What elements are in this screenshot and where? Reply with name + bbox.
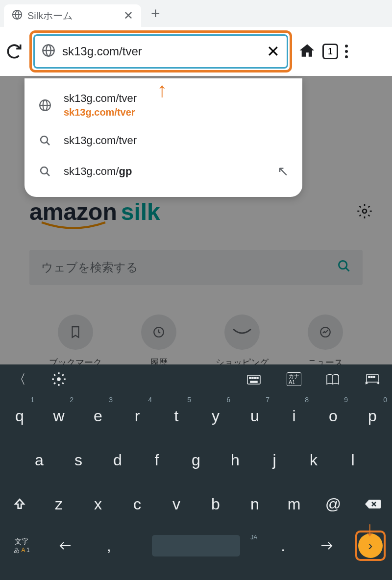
key-v[interactable]: v — [157, 482, 196, 526]
keyboard-row-1: q1w2e3r4t5y6u7i8o9p0 — [0, 394, 392, 438]
key-x[interactable]: x — [78, 482, 118, 526]
key-q[interactable]: q1 — [0, 394, 39, 438]
suggestion-item[interactable]: sk13g.com/tver — [24, 126, 302, 155]
key-d[interactable]: d — [98, 438, 137, 482]
comma-key[interactable]: , — [87, 537, 131, 555]
annotation-arrow-up: ↑ — [157, 78, 167, 102]
search-icon — [38, 134, 52, 147]
svg-point-10 — [41, 167, 48, 174]
key-u[interactable]: u7 — [235, 394, 274, 438]
key-y[interactable]: y6 — [196, 394, 235, 438]
suggestion-text: sk13g.com/gp — [64, 165, 266, 178]
key-p[interactable]: p0 — [353, 394, 392, 438]
keyboard-toolbar: 〈 カナA1 — [0, 364, 392, 394]
keyboard-row-2: asdfghjkl — [0, 438, 392, 482]
clear-url-icon[interactable]: ✕ — [267, 42, 280, 61]
key-z[interactable]: z — [39, 482, 78, 526]
tab-bar: Silkホーム ✕ + — [0, 0, 392, 27]
kb-kana-icon[interactable]: カナA1 — [274, 372, 314, 386]
key-b[interactable]: b — [196, 482, 235, 526]
keyboard-row-3: zxcvbnm@ — [0, 482, 392, 526]
key-m[interactable]: m — [274, 482, 314, 526]
key-g[interactable]: g — [176, 438, 216, 482]
key-h[interactable]: h — [216, 438, 255, 482]
shift-key[interactable] — [0, 482, 39, 526]
on-screen-keyboard: 〈 カナA1 q1w2e3r4t5y6u7i8o9p0 asdfghjkl zx… — [0, 364, 392, 580]
key-c[interactable]: c — [118, 482, 157, 526]
svg-rect-17 — [250, 381, 257, 383]
key-@[interactable]: @ — [314, 482, 353, 526]
space-key[interactable]: JA — [131, 535, 262, 556]
kb-settings-icon[interactable] — [39, 372, 78, 387]
key-w[interactable]: w2 — [39, 394, 78, 438]
svg-rect-13 — [249, 377, 251, 379]
kb-dictionary-icon[interactable] — [314, 373, 353, 385]
svg-point-11 — [57, 377, 61, 381]
reload-icon[interactable] — [6, 43, 23, 60]
svg-rect-19 — [368, 376, 370, 378]
menu-icon[interactable] — [345, 45, 348, 58]
key-t[interactable]: t5 — [157, 394, 196, 438]
globe-icon — [38, 98, 52, 112]
key-r[interactable]: r4 — [118, 394, 157, 438]
period-key[interactable]: . — [261, 537, 305, 555]
browser-tab[interactable]: Silkホーム ✕ — [4, 4, 141, 27]
svg-point-9 — [41, 136, 48, 143]
svg-rect-20 — [371, 376, 372, 378]
key-s[interactable]: s — [59, 438, 98, 482]
tabs-button[interactable]: 1 — [322, 44, 338, 59]
svg-rect-16 — [257, 377, 258, 379]
tabs-count: 1 — [322, 44, 338, 59]
suggestion-text: sk13g.com/tver — [64, 134, 289, 147]
url-bar[interactable]: ✕ — [33, 34, 288, 69]
key-j[interactable]: j — [255, 438, 294, 482]
insert-arrow-icon[interactable]: ↖ — [277, 163, 289, 179]
key-l[interactable]: l — [333, 438, 372, 482]
browser-toolbar: ✕ 1 — [0, 27, 392, 76]
svg-rect-15 — [254, 377, 256, 379]
suggestion-text: sk13g.com/tver — [64, 92, 289, 105]
key-i[interactable]: i8 — [274, 394, 314, 438]
moji-key[interactable]: 文字あ A 1 — [0, 537, 44, 555]
close-tab-icon[interactable]: ✕ — [123, 9, 133, 23]
url-bar-highlight: ✕ — [29, 30, 292, 72]
svg-rect-14 — [252, 377, 253, 379]
suggestion-item[interactable]: sk13g.com/gp ↖ — [24, 155, 302, 187]
globe-icon — [12, 9, 23, 22]
key-a[interactable]: a — [20, 438, 59, 482]
svg-rect-21 — [373, 376, 375, 378]
globe-icon — [42, 44, 55, 59]
key-f[interactable]: f — [137, 438, 176, 482]
left-arrow-key[interactable] — [44, 541, 87, 551]
keyboard-bottom-row: 文字あ A 1 , JA . › — [0, 526, 392, 565]
new-tab-button[interactable]: + — [151, 4, 160, 23]
home-icon[interactable] — [299, 42, 316, 61]
right-arrow-key[interactable] — [305, 541, 348, 551]
url-input[interactable] — [62, 45, 260, 58]
kb-layout-icon[interactable] — [353, 373, 392, 385]
kb-keyboard-icon[interactable] — [235, 373, 274, 385]
tab-title: Silkホーム — [27, 9, 119, 23]
annotation-arrow-down: ↓ — [365, 517, 375, 541]
search-icon — [38, 165, 52, 178]
kb-back-icon[interactable]: 〈 — [0, 371, 39, 388]
key-o[interactable]: o9 — [314, 394, 353, 438]
svg-rect-18 — [367, 374, 378, 382]
key-e[interactable]: e3 — [78, 394, 118, 438]
key-n[interactable]: n — [235, 482, 274, 526]
suggestion-subtext: sk13g.com/tver — [64, 107, 289, 118]
key-k[interactable]: k — [294, 438, 333, 482]
